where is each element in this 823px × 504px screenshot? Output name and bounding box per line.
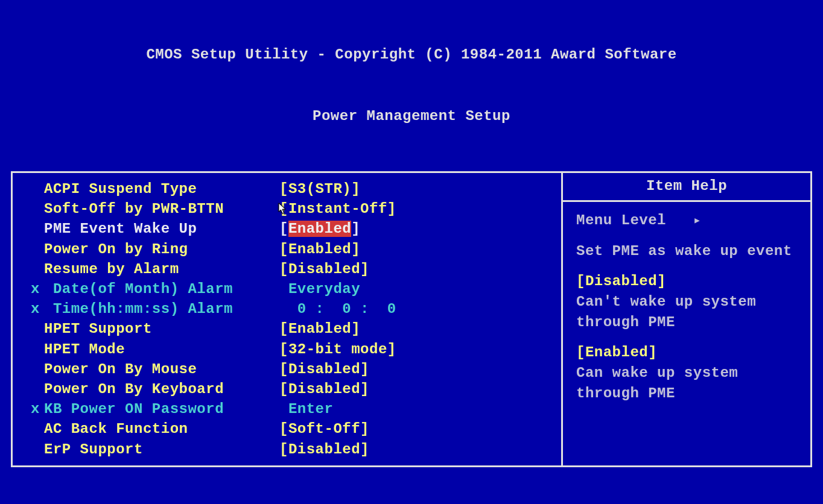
row-marker <box>31 439 44 459</box>
help-pane: Item Help Menu Level Set PME as wake up … <box>563 173 810 465</box>
row-marker: x <box>31 399 44 419</box>
setting-row[interactable]: Power On By Mouse[Disabled] <box>31 359 549 379</box>
row-value[interactable]: Enter <box>279 399 333 419</box>
row-marker <box>31 419 44 439</box>
row-value[interactable]: 0 : 0 : 0 <box>279 299 396 319</box>
footer: ↑↓→←:Move Enter:Select +/-/PU/PD:Value F… <box>11 467 812 504</box>
setting-row[interactable]: Resume by Alarm[Disabled] <box>31 259 549 279</box>
row-marker <box>31 359 44 379</box>
help-opt2-text: Can wake up system through PME <box>576 363 797 404</box>
row-value[interactable]: [S3(STR)] <box>279 179 360 199</box>
setting-row[interactable]: ACPI Suspend Type[S3(STR)] <box>31 179 549 199</box>
main-panel: ACPI Suspend Type[S3(STR)]Soft-Off by PW… <box>11 171 812 467</box>
row-marker <box>31 339 44 359</box>
bios-screen: CMOS Setup Utility - Copyright (C) 1984-… <box>0 0 823 504</box>
setting-row[interactable]: xKB Power ON Password Enter <box>31 399 549 419</box>
row-value[interactable]: [Disabled] <box>279 439 369 459</box>
row-marker <box>31 259 44 279</box>
row-value[interactable]: [Disabled] <box>279 259 369 279</box>
setting-row[interactable]: HPET Mode[32-bit mode] <box>31 339 549 359</box>
row-marker <box>31 219 44 239</box>
help-opt1-title: [Disabled] <box>576 271 797 292</box>
row-value[interactable]: [Enabled] <box>279 219 360 239</box>
row-marker: x <box>31 299 44 319</box>
setting-row[interactable]: Soft-Off by PWR-BTTN[Instant-Off] <box>31 199 549 219</box>
row-label: AC Back Function <box>44 419 279 439</box>
row-marker <box>31 319 44 339</box>
setting-row[interactable]: HPET Support[Enabled] <box>31 319 549 339</box>
row-label: Date(of Month) Alarm <box>44 279 279 299</box>
header-title-1: CMOS Setup Utility - Copyright (C) 1984-… <box>11 45 812 65</box>
settings-pane[interactable]: ACPI Suspend Type[S3(STR)]Soft-Off by PW… <box>13 173 563 465</box>
row-marker: x <box>31 279 44 299</box>
setting-row[interactable]: x Date(of Month) Alarm Everyday <box>31 279 549 299</box>
chevron-right-icon <box>693 212 702 228</box>
row-label: Power On By Keyboard <box>44 379 279 399</box>
help-desc: Set PME as wake up event <box>576 241 797 262</box>
row-marker <box>31 239 44 259</box>
row-label: Time(hh:mm:ss) Alarm <box>44 299 279 319</box>
row-marker <box>31 179 44 199</box>
menu-level-label: Menu Level <box>576 212 666 228</box>
row-label: ErP Support <box>44 439 279 459</box>
help-opt2-title: [Enabled] <box>576 342 797 363</box>
row-value[interactable]: [Disabled] <box>279 379 369 399</box>
setting-row[interactable]: AC Back Function[Soft-Off] <box>31 419 549 439</box>
setting-row[interactable]: Power On by Ring[Enabled] <box>31 239 549 259</box>
row-label: Resume by Alarm <box>44 259 279 279</box>
header: CMOS Setup Utility - Copyright (C) 1984-… <box>11 4 812 168</box>
header-title-2: Power Management Setup <box>11 106 812 127</box>
help-title: Item Help <box>563 173 810 202</box>
row-label: Soft-Off by PWR-BTTN <box>44 199 279 219</box>
row-value[interactable]: [Instant-Off] <box>279 199 396 219</box>
row-label: ACPI Suspend Type <box>44 179 279 199</box>
help-body: Menu Level Set PME as wake up event [Dis… <box>563 202 810 412</box>
row-value[interactable]: [Disabled] <box>279 359 369 379</box>
setting-row[interactable]: ErP Support[Disabled] <box>31 439 549 459</box>
row-marker <box>31 199 44 219</box>
row-value[interactable]: [Enabled] <box>279 239 360 259</box>
row-marker <box>31 379 44 399</box>
row-label: Power On by Ring <box>44 239 279 259</box>
row-value[interactable]: Everyday <box>279 279 360 299</box>
row-label: HPET Mode <box>44 339 279 359</box>
row-label: PME Event Wake Up <box>44 219 279 239</box>
row-value[interactable]: [Enabled] <box>279 319 360 339</box>
row-value[interactable]: [32-bit mode] <box>279 339 396 359</box>
row-label: Power On By Mouse <box>44 359 279 379</box>
setting-row[interactable]: x Time(hh:mm:ss) Alarm 0 : 0 : 0 <box>31 299 549 319</box>
help-opt1-text: Can't wake up system through PME <box>576 292 797 333</box>
setting-row[interactable]: Power On By Keyboard[Disabled] <box>31 379 549 399</box>
row-label: HPET Support <box>44 319 279 339</box>
menu-level-row: Menu Level <box>576 210 797 232</box>
row-value[interactable]: [Soft-Off] <box>279 419 369 439</box>
setting-row[interactable]: PME Event Wake Up[Enabled] <box>31 219 549 239</box>
row-label: KB Power ON Password <box>44 399 279 419</box>
